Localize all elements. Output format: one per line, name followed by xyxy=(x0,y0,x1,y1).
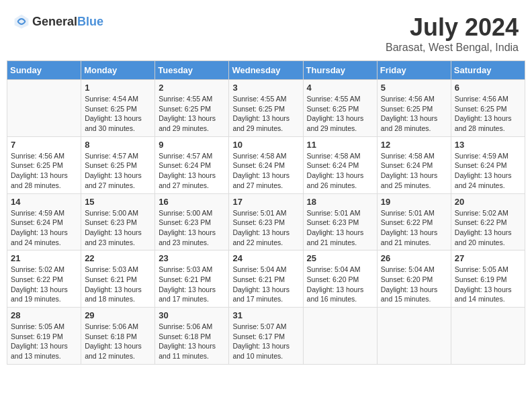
day-number: 8 xyxy=(85,140,151,150)
day-info: Sunrise: 4:57 AM Sunset: 6:25 PM Dayligh… xyxy=(85,151,151,191)
logo: GeneralBlue xyxy=(13,13,103,30)
day-number: 21 xyxy=(11,253,77,263)
day-info: Sunrise: 4:59 AM Sunset: 6:24 PM Dayligh… xyxy=(455,151,521,191)
calendar-cell: 29Sunrise: 5:06 AM Sunset: 6:18 PM Dayli… xyxy=(81,308,155,365)
calendar-cell: 18Sunrise: 5:01 AM Sunset: 6:23 PM Dayli… xyxy=(303,193,377,250)
day-info: Sunrise: 5:01 AM Sunset: 6:22 PM Dayligh… xyxy=(381,208,447,248)
calendar-cell xyxy=(377,308,451,365)
day-number: 16 xyxy=(159,197,225,207)
calendar-table: SundayMondayTuesdayWednesdayThursdayFrid… xyxy=(7,60,525,365)
day-number: 7 xyxy=(11,140,77,150)
day-info: Sunrise: 4:58 AM Sunset: 6:24 PM Dayligh… xyxy=(381,151,447,191)
column-header-monday: Monday xyxy=(81,61,155,80)
calendar-week-row: 28Sunrise: 5:05 AM Sunset: 6:19 PM Dayli… xyxy=(7,308,525,365)
day-info: Sunrise: 5:03 AM Sunset: 6:21 PM Dayligh… xyxy=(85,265,151,304)
calendar-cell: 23Sunrise: 5:03 AM Sunset: 6:21 PM Dayli… xyxy=(155,250,229,308)
calendar-week-row: 14Sunrise: 4:59 AM Sunset: 6:24 PM Dayli… xyxy=(7,193,525,250)
day-number: 12 xyxy=(381,140,447,150)
calendar-cell: 8Sunrise: 4:57 AM Sunset: 6:25 PM Daylig… xyxy=(81,136,155,193)
day-info: Sunrise: 5:04 AM Sunset: 6:21 PM Dayligh… xyxy=(232,265,299,304)
logo-text: GeneralBlue xyxy=(32,15,103,29)
day-info: Sunrise: 5:01 AM Sunset: 6:23 PM Dayligh… xyxy=(307,208,373,248)
day-number: 9 xyxy=(159,140,225,150)
day-info: Sunrise: 4:55 AM Sunset: 6:25 PM Dayligh… xyxy=(159,94,225,134)
day-info: Sunrise: 5:04 AM Sunset: 6:20 PM Dayligh… xyxy=(381,265,447,304)
calendar-week-row: 21Sunrise: 5:02 AM Sunset: 6:22 PM Dayli… xyxy=(7,250,525,308)
day-number: 2 xyxy=(159,83,225,93)
day-info: Sunrise: 5:07 AM Sunset: 6:17 PM Dayligh… xyxy=(232,322,299,361)
day-number: 24 xyxy=(232,253,299,263)
calendar-cell: 31Sunrise: 5:07 AM Sunset: 6:17 PM Dayli… xyxy=(229,308,303,365)
day-number: 29 xyxy=(85,310,151,320)
calendar-cell: 4Sunrise: 4:55 AM Sunset: 6:25 PM Daylig… xyxy=(303,80,377,137)
calendar-week-row: 1Sunrise: 4:54 AM Sunset: 6:25 PM Daylig… xyxy=(7,80,525,137)
day-info: Sunrise: 5:02 AM Sunset: 6:22 PM Dayligh… xyxy=(11,265,77,304)
calendar-cell: 17Sunrise: 5:01 AM Sunset: 6:23 PM Dayli… xyxy=(229,193,303,250)
calendar-header-row: SundayMondayTuesdayWednesdayThursdayFrid… xyxy=(7,61,525,80)
calendar-cell: 5Sunrise: 4:56 AM Sunset: 6:25 PM Daylig… xyxy=(377,80,451,137)
day-info: Sunrise: 4:56 AM Sunset: 6:25 PM Dayligh… xyxy=(11,151,77,191)
calendar-cell: 21Sunrise: 5:02 AM Sunset: 6:22 PM Dayli… xyxy=(7,250,81,308)
day-info: Sunrise: 5:04 AM Sunset: 6:20 PM Dayligh… xyxy=(307,265,373,304)
calendar-cell: 15Sunrise: 5:00 AM Sunset: 6:23 PM Dayli… xyxy=(81,193,155,250)
calendar-cell: 14Sunrise: 4:59 AM Sunset: 6:24 PM Dayli… xyxy=(7,193,81,250)
calendar-cell: 9Sunrise: 4:57 AM Sunset: 6:24 PM Daylig… xyxy=(155,136,229,193)
day-info: Sunrise: 5:00 AM Sunset: 6:23 PM Dayligh… xyxy=(85,208,151,248)
day-number: 28 xyxy=(11,310,77,320)
day-number: 26 xyxy=(381,253,447,263)
svg-marker-0 xyxy=(15,15,29,29)
day-number: 22 xyxy=(85,253,151,263)
column-header-tuesday: Tuesday xyxy=(155,61,229,80)
calendar-cell xyxy=(451,308,525,365)
calendar-cell: 25Sunrise: 5:04 AM Sunset: 6:20 PM Dayli… xyxy=(303,250,377,308)
calendar-cell: 24Sunrise: 5:04 AM Sunset: 6:21 PM Dayli… xyxy=(229,250,303,308)
day-number: 11 xyxy=(307,140,373,150)
day-info: Sunrise: 4:55 AM Sunset: 6:25 PM Dayligh… xyxy=(232,94,299,134)
day-info: Sunrise: 4:55 AM Sunset: 6:25 PM Dayligh… xyxy=(307,94,373,134)
calendar-cell: 26Sunrise: 5:04 AM Sunset: 6:20 PM Dayli… xyxy=(377,250,451,308)
calendar-cell: 10Sunrise: 4:58 AM Sunset: 6:24 PM Dayli… xyxy=(229,136,303,193)
day-number: 4 xyxy=(307,83,373,93)
column-header-wednesday: Wednesday xyxy=(229,61,303,80)
day-info: Sunrise: 4:56 AM Sunset: 6:25 PM Dayligh… xyxy=(381,94,447,134)
day-number: 17 xyxy=(232,197,299,207)
day-info: Sunrise: 4:58 AM Sunset: 6:24 PM Dayligh… xyxy=(232,151,299,191)
day-number: 31 xyxy=(232,310,299,320)
day-info: Sunrise: 4:57 AM Sunset: 6:24 PM Dayligh… xyxy=(159,151,225,191)
calendar-cell: 16Sunrise: 5:00 AM Sunset: 6:23 PM Dayli… xyxy=(155,193,229,250)
day-info: Sunrise: 5:00 AM Sunset: 6:23 PM Dayligh… xyxy=(159,208,225,248)
calendar-cell: 27Sunrise: 5:05 AM Sunset: 6:19 PM Dayli… xyxy=(451,250,525,308)
column-header-saturday: Saturday xyxy=(451,61,525,80)
calendar-cell: 2Sunrise: 4:55 AM Sunset: 6:25 PM Daylig… xyxy=(155,80,229,137)
day-number: 10 xyxy=(232,140,299,150)
day-number: 15 xyxy=(85,197,151,207)
calendar-cell: 22Sunrise: 5:03 AM Sunset: 6:21 PM Dayli… xyxy=(81,250,155,308)
location-subtitle: Barasat, West Bengal, India xyxy=(386,42,519,54)
calendar-cell xyxy=(303,308,377,365)
logo-icon xyxy=(13,13,30,30)
day-number: 3 xyxy=(232,83,299,93)
day-number: 5 xyxy=(381,83,447,93)
calendar-cell: 6Sunrise: 4:56 AM Sunset: 6:25 PM Daylig… xyxy=(451,80,525,137)
day-info: Sunrise: 5:03 AM Sunset: 6:21 PM Dayligh… xyxy=(159,265,225,304)
calendar-cell: 19Sunrise: 5:01 AM Sunset: 6:22 PM Dayli… xyxy=(377,193,451,250)
calendar-cell: 20Sunrise: 5:02 AM Sunset: 6:22 PM Dayli… xyxy=(451,193,525,250)
day-number: 1 xyxy=(85,83,151,93)
calendar-cell: 1Sunrise: 4:54 AM Sunset: 6:25 PM Daylig… xyxy=(81,80,155,137)
day-number: 14 xyxy=(11,197,77,207)
calendar-cell: 11Sunrise: 4:58 AM Sunset: 6:24 PM Dayli… xyxy=(303,136,377,193)
day-info: Sunrise: 4:59 AM Sunset: 6:24 PM Dayligh… xyxy=(11,208,77,248)
column-header-thursday: Thursday xyxy=(303,61,377,80)
day-number: 20 xyxy=(455,197,521,207)
day-number: 19 xyxy=(381,197,447,207)
day-number: 27 xyxy=(455,253,521,263)
calendar-cell: 7Sunrise: 4:56 AM Sunset: 6:25 PM Daylig… xyxy=(7,136,81,193)
column-header-friday: Friday xyxy=(377,61,451,80)
calendar-cell: 13Sunrise: 4:59 AM Sunset: 6:24 PM Dayli… xyxy=(451,136,525,193)
day-info: Sunrise: 5:02 AM Sunset: 6:22 PM Dayligh… xyxy=(455,208,521,248)
calendar-cell: 28Sunrise: 5:05 AM Sunset: 6:19 PM Dayli… xyxy=(7,308,81,365)
calendar-cell: 30Sunrise: 5:06 AM Sunset: 6:18 PM Dayli… xyxy=(155,308,229,365)
day-info: Sunrise: 4:58 AM Sunset: 6:24 PM Dayligh… xyxy=(307,151,373,191)
day-number: 23 xyxy=(159,253,225,263)
day-info: Sunrise: 5:05 AM Sunset: 6:19 PM Dayligh… xyxy=(455,265,521,304)
